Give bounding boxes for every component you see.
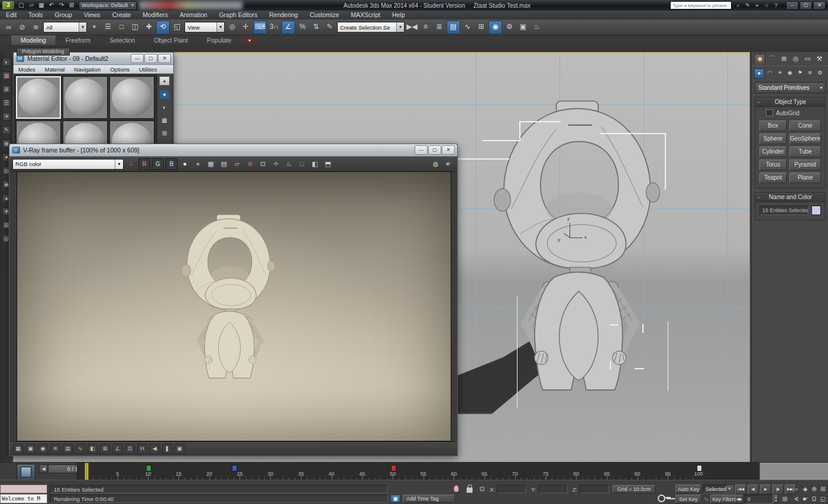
region-render-icon[interactable]: □ (296, 158, 308, 170)
left-tool-5[interactable]: ☀ (2, 112, 11, 121)
autogrid-checkbox[interactable] (766, 109, 773, 116)
select-and-link-icon[interactable]: ∞ (2, 21, 15, 34)
search-input[interactable] (670, 1, 732, 9)
sign-in-icon[interactable]: ➢ (753, 2, 761, 9)
object-type-button[interactable]: Torus (759, 160, 787, 170)
object-color-swatch[interactable] (811, 206, 821, 215)
object-type-button[interactable]: Plane (790, 173, 821, 183)
material-sample-slot[interactable] (16, 76, 61, 119)
go-to-start-button[interactable]: |◀◀ (735, 485, 746, 495)
background-icon[interactable]: ▦ (160, 116, 169, 125)
previous-key-arrow[interactable]: ◀ (39, 464, 48, 473)
sub-shapes[interactable]: ◠ (765, 69, 774, 77)
minimize-button[interactable]: — (131, 54, 144, 63)
tab-display[interactable]: ▭ (803, 54, 813, 64)
material-editor-icon[interactable]: ◉ (489, 21, 502, 34)
select-and-manipulate-icon[interactable]: ✛ (240, 21, 252, 33)
sub-geometry[interactable]: ● (754, 69, 764, 79)
select-and-move-icon[interactable]: ✚ (143, 21, 155, 33)
menu-item[interactable]: Customize (304, 11, 345, 19)
vfb-lut-icon[interactable]: H (137, 444, 147, 454)
menu-item[interactable]: Views (78, 11, 106, 19)
coord-x-field[interactable] (497, 485, 526, 493)
close-button[interactable]: ✕ (442, 145, 455, 155)
vfb-stamp-icon[interactable]: ❚ (162, 444, 172, 454)
search-icon[interactable]: ⌕ (734, 2, 742, 9)
3dsmax-logo-icon[interactable]: 3 (2, 1, 14, 9)
menu-item[interactable]: Group (49, 11, 78, 19)
menu-item[interactable]: Help (386, 11, 411, 19)
color-channels-icon[interactable]: ∴ (125, 158, 137, 170)
object-type-button[interactable]: Cylinder (759, 147, 787, 157)
zoom-all-icon[interactable]: ◈ (801, 485, 809, 493)
vfb-save-icon[interactable]: ▦ (13, 444, 23, 454)
object-type-button[interactable]: Pyramid (790, 160, 821, 170)
menu-item[interactable]: Create (106, 11, 137, 19)
absolute-offset-toggle-icon[interactable]: ⊡ (478, 485, 486, 493)
timeline-ruler[interactable]: 5101520253035404550556065707580859095100 (77, 463, 759, 480)
vfb-preview-icon[interactable]: ▣ (25, 444, 35, 454)
vfb-icc-icon[interactable]: ⊡ (125, 444, 135, 454)
stamp-icon[interactable]: ◍ (430, 158, 441, 170)
vfb-ab-compare-icon[interactable]: ◀ (150, 444, 160, 454)
toggle-ribbon-icon[interactable]: ▤ (447, 21, 460, 34)
vfb-white-balance-icon[interactable]: ⊞ (100, 444, 110, 454)
save-image-icon[interactable]: ▦ (205, 158, 216, 170)
ribbon-tab[interactable]: Object Paint (144, 35, 197, 45)
vfb-hue-icon[interactable]: ∠ (112, 444, 122, 454)
mirror-icon[interactable]: ▶◀ (406, 21, 418, 33)
scroll-up-icon[interactable]: ▲ (159, 76, 170, 86)
green-channel-button[interactable]: G (152, 158, 164, 170)
rectangular-selection-icon[interactable]: □ (115, 21, 128, 33)
zoom-extents-icon[interactable]: ⊕ (810, 485, 818, 493)
selection-set-key-dropdown[interactable]: Selected ▼ (703, 485, 733, 493)
frame-spinner[interactable]: ▲▼ (774, 495, 778, 503)
object-type-header[interactable]: − Object Type (755, 97, 825, 107)
menu-item[interactable]: Edit (0, 11, 22, 19)
current-frame-field[interactable]: 0 (745, 495, 773, 503)
tab-modify[interactable]: ⌒ (767, 54, 777, 64)
undo-icon[interactable]: ↶ (47, 1, 56, 9)
track-mouse-icon[interactable]: ✛ (270, 158, 282, 170)
render-setup-icon[interactable]: ⚙ (503, 21, 516, 33)
timeline-key[interactable] (146, 465, 151, 472)
sample-type-icon[interactable]: ● (160, 90, 169, 99)
reference-coordinate-dropdown[interactable]: View ▼ (185, 22, 225, 32)
name-color-header[interactable]: − Name and Color (755, 193, 825, 202)
maxscript-mini-listener[interactable]: Welcome to M (0, 494, 47, 503)
add-time-tag-button[interactable]: Add Time Tag (403, 495, 455, 503)
rendered-frame-icon[interactable]: ▣ (517, 21, 529, 33)
selection-lock-icon[interactable] (467, 487, 473, 493)
sub-systems[interactable]: ⚙ (816, 69, 824, 77)
ribbon-config-icon[interactable]: ▼ (242, 37, 257, 44)
field-of-view-icon[interactable]: ∢ (793, 495, 800, 503)
select-and-rotate-icon[interactable]: ⟲ (156, 21, 170, 34)
zoom-extents-all-icon[interactable]: ⊞ (819, 485, 827, 493)
favorites-star-icon[interactable]: ☆ (762, 2, 771, 9)
orbit-icon[interactable]: Ω (810, 495, 818, 503)
window-crossing-icon[interactable]: ◫ (129, 21, 141, 33)
previous-frame-button[interactable]: ◀| (748, 485, 759, 495)
timeline-key[interactable] (232, 465, 237, 472)
keyboard-override-icon[interactable]: ⌨ (253, 21, 267, 34)
set-keys-icon[interactable] (658, 494, 671, 501)
alpha-channel-icon[interactable]: ● (179, 158, 190, 170)
select-by-name-icon[interactable]: ☰ (102, 21, 114, 33)
time-tag-icon[interactable]: ▣ (390, 495, 400, 503)
tab-hierarchy[interactable]: ⊞ (779, 54, 789, 64)
duplicate-buffer-icon[interactable]: ⊡ (257, 158, 269, 170)
selection-filter-dropdown[interactable]: All ▼ (43, 22, 87, 32)
vfb-curves-icon[interactable]: ∿ (75, 444, 85, 454)
vfb-exposure-icon[interactable]: ◧ (88, 444, 98, 454)
curve-editor-icon[interactable]: ∿ (461, 21, 474, 33)
tab-motion[interactable]: ◎ (791, 54, 801, 64)
project-folder-icon[interactable]: ⊞ (67, 1, 76, 9)
object-type-button[interactable]: Box (759, 121, 787, 131)
vfb-levels-icon[interactable]: ▤ (63, 444, 73, 454)
maxscript-mini-listener-pink[interactable] (0, 485, 47, 493)
next-frame-button[interactable]: |▶ (772, 485, 784, 495)
blue-channel-button[interactable]: B (166, 158, 177, 170)
new-scene-icon[interactable]: ▢ (17, 1, 26, 9)
maximize-button[interactable]: ▢ (800, 1, 812, 10)
monochrome-icon[interactable]: ● (192, 158, 203, 170)
